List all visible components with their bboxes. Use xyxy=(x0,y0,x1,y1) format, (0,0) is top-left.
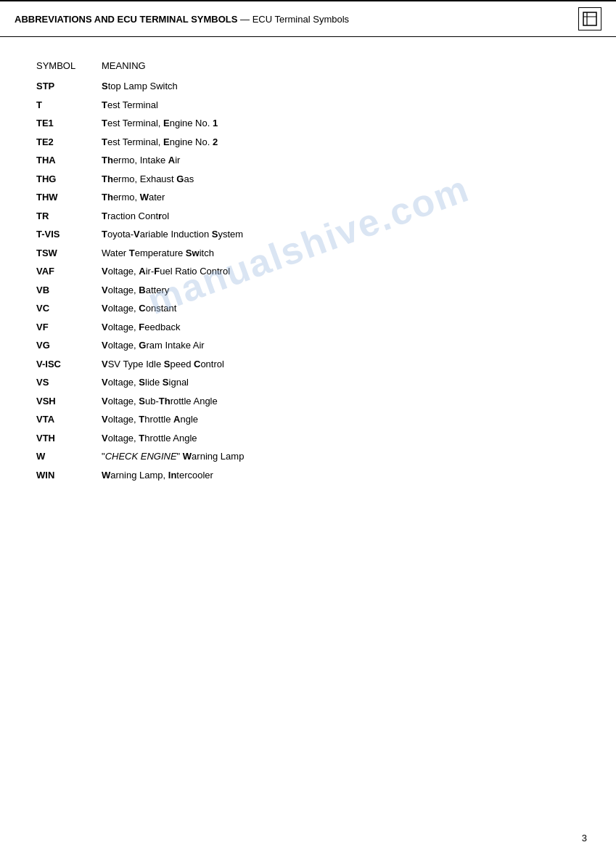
meaning-cell: Thermo, Water xyxy=(102,188,580,207)
meaning-cell: Voltage, Throttle Angle xyxy=(102,410,580,429)
symbol-cell: TE1 xyxy=(36,114,102,133)
meaning-cell: Toyota-Variable Induction System xyxy=(102,225,580,244)
meaning-cell: Test Terminal, Engine No. 1 xyxy=(102,114,580,133)
meaning-cell: Thermo, Intake Air xyxy=(102,151,580,170)
meaning-cell: Traction Control xyxy=(102,207,580,226)
table-row: TE1Test Terminal, Engine No. 1 xyxy=(36,114,580,133)
symbol-cell: THG xyxy=(36,170,102,189)
page-number: 3 xyxy=(582,833,587,843)
meaning-cell: Voltage, Battery xyxy=(102,281,580,300)
symbol-cell: VTA xyxy=(36,410,102,429)
meaning-cell: Test Terminal, Engine No. 2 xyxy=(102,133,580,152)
symbol-cell: VG xyxy=(36,336,102,355)
col-header-symbol: SYMBOL xyxy=(36,59,102,77)
symbol-table: SYMBOL MEANING STPStop Lamp SwitchTTest … xyxy=(36,59,580,484)
symbol-cell: STP xyxy=(36,77,102,96)
book-icon xyxy=(582,11,598,27)
symbol-cell: V-ISC xyxy=(36,355,102,374)
header-title-bold: ABBREVIATIONS AND ECU TERMINAL SYMBOLS xyxy=(15,14,237,25)
table-row: VAFVoltage, Air-Fuel Ratio Control xyxy=(36,262,580,281)
meaning-cell: Voltage, Air-Fuel Ratio Control xyxy=(102,262,580,281)
symbol-cell: TR xyxy=(36,207,102,226)
symbol-cell: THA xyxy=(36,151,102,170)
table-row: VBVoltage, Battery xyxy=(36,281,580,300)
symbol-cell: VF xyxy=(36,318,102,337)
page-header: ABBREVIATIONS AND ECU TERMINAL SYMBOLS —… xyxy=(0,0,616,37)
page-container: ABBREVIATIONS AND ECU TERMINAL SYMBOLS —… xyxy=(0,0,616,858)
table-row: VSVoltage, Slide Signal xyxy=(36,373,580,392)
table-row: VCVoltage, Constant xyxy=(36,299,580,318)
table-row: TRTraction Control xyxy=(36,207,580,226)
table-header-row: SYMBOL MEANING xyxy=(36,59,580,77)
content-area: SYMBOL MEANING STPStop Lamp SwitchTTest … xyxy=(0,59,616,513)
table-row: VFVoltage, Feedback xyxy=(36,318,580,337)
table-row: TTest Terminal xyxy=(36,96,580,115)
meaning-cell: Voltage, Gram Intake Air xyxy=(102,336,580,355)
table-row: W"CHECK ENGINE" Warning Lamp xyxy=(36,447,580,466)
symbol-cell: VSH xyxy=(36,392,102,411)
symbol-cell: THW xyxy=(36,188,102,207)
table-row: VTHVoltage, Throttle Angle xyxy=(36,429,580,448)
symbol-cell: VTH xyxy=(36,429,102,448)
meaning-cell: Water Temperature Switch xyxy=(102,244,580,263)
table-row: THWThermo, Water xyxy=(36,188,580,207)
meaning-cell: "CHECK ENGINE" Warning Lamp xyxy=(102,447,580,466)
symbol-cell: VB xyxy=(36,281,102,300)
symbol-cell: W xyxy=(36,447,102,466)
meaning-cell: Voltage, Slide Signal xyxy=(102,373,580,392)
table-row: THAThermo, Intake Air xyxy=(36,151,580,170)
table-row: STPStop Lamp Switch xyxy=(36,77,580,96)
meaning-cell: Thermo, Exhaust Gas xyxy=(102,170,580,189)
symbol-cell: WIN xyxy=(36,466,102,485)
meaning-cell: Warning Lamp, Intercooler xyxy=(102,466,580,485)
table-row: TSWWater Temperature Switch xyxy=(36,244,580,263)
svg-rect-0 xyxy=(583,12,596,25)
meaning-cell: VSV Type Idle Speed Control xyxy=(102,355,580,374)
symbol-cell: TE2 xyxy=(36,133,102,152)
symbol-cell: VAF xyxy=(36,262,102,281)
table-body: STPStop Lamp SwitchTTest TerminalTE1Test… xyxy=(36,77,580,484)
table-row: VGVoltage, Gram Intake Air xyxy=(36,336,580,355)
table-row: V-ISCVSV Type Idle Speed Control xyxy=(36,355,580,374)
symbol-cell: T-VIS xyxy=(36,225,102,244)
table-row: VTAVoltage, Throttle Angle xyxy=(36,410,580,429)
symbol-cell: T xyxy=(36,96,102,115)
table-row: TE2Test Terminal, Engine No. 2 xyxy=(36,133,580,152)
meaning-cell: Voltage, Feedback xyxy=(102,318,580,337)
table-row: T-VISToyota-Variable Induction System xyxy=(36,225,580,244)
col-header-meaning: MEANING xyxy=(102,59,580,77)
header-title-normal: — ECU Terminal Symbols xyxy=(237,14,349,25)
meaning-cell: Voltage, Throttle Angle xyxy=(102,429,580,448)
table-row: VSHVoltage, Sub-Throttle Angle xyxy=(36,392,580,411)
meaning-cell: Stop Lamp Switch xyxy=(102,77,580,96)
symbol-cell: TSW xyxy=(36,244,102,263)
header-icon xyxy=(578,7,601,30)
table-row: WINWarning Lamp, Intercooler xyxy=(36,466,580,485)
symbol-cell: VS xyxy=(36,373,102,392)
meaning-cell: Test Terminal xyxy=(102,96,580,115)
meaning-cell: Voltage, Constant xyxy=(102,299,580,318)
table-row: THGThermo, Exhaust Gas xyxy=(36,170,580,189)
symbol-cell: VC xyxy=(36,299,102,318)
header-title: ABBREVIATIONS AND ECU TERMINAL SYMBOLS —… xyxy=(15,14,349,25)
meaning-cell: Voltage, Sub-Throttle Angle xyxy=(102,392,580,411)
